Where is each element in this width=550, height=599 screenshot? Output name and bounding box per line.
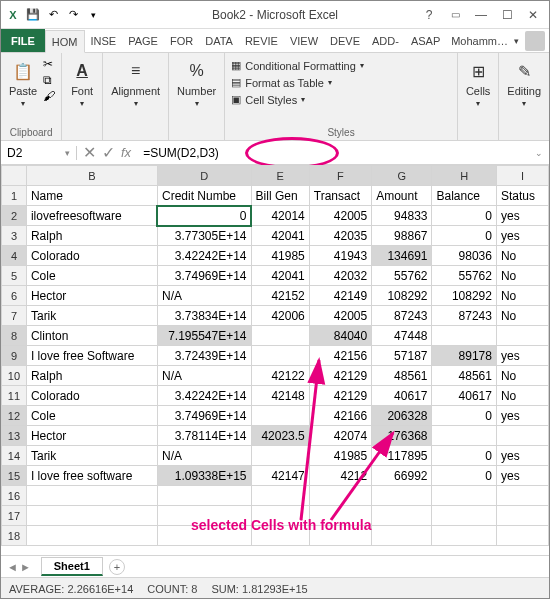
- number-button[interactable]: % Number ▾: [175, 57, 218, 110]
- cell[interactable]: [251, 506, 309, 526]
- cell[interactable]: 66992: [372, 466, 432, 486]
- sheet-tab[interactable]: Sheet1: [41, 557, 103, 576]
- cell[interactable]: 42149: [309, 286, 371, 306]
- sheet-nav-next-icon[interactable]: ►: [20, 561, 31, 573]
- cell[interactable]: No: [496, 246, 548, 266]
- minimize-icon[interactable]: —: [469, 5, 493, 25]
- cell[interactable]: [432, 326, 496, 346]
- paste-button[interactable]: 📋 Paste ▾: [7, 57, 39, 110]
- cell[interactable]: yes: [496, 466, 548, 486]
- cell[interactable]: yes: [496, 206, 548, 226]
- cell[interactable]: [372, 526, 432, 546]
- format-as-table-button[interactable]: ▤ Format as Table▾: [231, 74, 451, 91]
- cell[interactable]: Credit Numbe: [157, 186, 251, 206]
- cell[interactable]: 42129: [309, 366, 371, 386]
- cell[interactable]: Colorado: [26, 386, 157, 406]
- cell[interactable]: Tarik: [26, 306, 157, 326]
- cell[interactable]: 48561: [372, 366, 432, 386]
- tab-hom[interactable]: HOM: [45, 30, 85, 53]
- row-header[interactable]: 4: [2, 246, 27, 266]
- cell[interactable]: 42166: [309, 406, 371, 426]
- cell[interactable]: yes: [496, 446, 548, 466]
- cell[interactable]: 40617: [432, 386, 496, 406]
- cell[interactable]: 134691: [372, 246, 432, 266]
- cell[interactable]: [251, 486, 309, 506]
- cell[interactable]: 7.195547E+14: [157, 326, 251, 346]
- cell[interactable]: No: [496, 266, 548, 286]
- enter-formula-icon[interactable]: ✓: [102, 143, 115, 162]
- cell[interactable]: 57187: [372, 346, 432, 366]
- tab-data[interactable]: DATA: [199, 29, 239, 52]
- tab-for[interactable]: FOR: [164, 29, 199, 52]
- cell[interactable]: 0: [432, 226, 496, 246]
- cell[interactable]: Status: [496, 186, 548, 206]
- cell[interactable]: Hector: [26, 426, 157, 446]
- user-dropdown-icon[interactable]: ▾: [514, 36, 519, 46]
- cell[interactable]: [432, 426, 496, 446]
- cell[interactable]: No: [496, 306, 548, 326]
- cell[interactable]: 3.73834E+14: [157, 306, 251, 326]
- cell[interactable]: 42014: [251, 206, 309, 226]
- cell[interactable]: 94833: [372, 206, 432, 226]
- tab-deve[interactable]: DEVE: [324, 29, 366, 52]
- cell[interactable]: [157, 526, 251, 546]
- cell-styles-button[interactable]: ▣ Cell Styles▾: [231, 91, 451, 108]
- cell[interactable]: [496, 506, 548, 526]
- help-icon[interactable]: ?: [417, 5, 441, 25]
- cell[interactable]: 3.78114E+14: [157, 426, 251, 446]
- cell[interactable]: [496, 526, 548, 546]
- cell[interactable]: Cole: [26, 406, 157, 426]
- conditional-formatting-button[interactable]: ▦ Conditional Formatting▾: [231, 57, 451, 74]
- redo-icon[interactable]: ↷: [65, 7, 81, 23]
- fx-icon[interactable]: fx: [121, 145, 131, 160]
- avatar[interactable]: [525, 31, 545, 51]
- font-button[interactable]: A Font ▾: [68, 57, 96, 110]
- undo-icon[interactable]: ↶: [45, 7, 61, 23]
- cell[interactable]: 42147: [251, 466, 309, 486]
- cancel-formula-icon[interactable]: ✕: [83, 143, 96, 162]
- cell[interactable]: 98867: [372, 226, 432, 246]
- cell[interactable]: 0: [432, 406, 496, 426]
- cell[interactable]: 3.42242E+14: [157, 386, 251, 406]
- cell[interactable]: 0: [432, 466, 496, 486]
- cell[interactable]: 42152: [251, 286, 309, 306]
- cell[interactable]: [372, 486, 432, 506]
- cell[interactable]: [251, 446, 309, 466]
- column-header[interactable]: I: [496, 166, 548, 186]
- row-header[interactable]: 2: [2, 206, 27, 226]
- cell[interactable]: 42005: [309, 206, 371, 226]
- cell[interactable]: 108292: [432, 286, 496, 306]
- cell[interactable]: ilovefreesoftware: [26, 206, 157, 226]
- chevron-down-icon[interactable]: ▾: [65, 148, 70, 158]
- row-header[interactable]: 5: [2, 266, 27, 286]
- row-header[interactable]: 11: [2, 386, 27, 406]
- formula-input[interactable]: =SUM(D2,D3): [137, 146, 529, 160]
- cell[interactable]: 47448: [372, 326, 432, 346]
- column-header[interactable]: H: [432, 166, 496, 186]
- alignment-button[interactable]: ≡ Alignment ▾: [109, 57, 162, 110]
- cell[interactable]: 98036: [432, 246, 496, 266]
- sheet-nav-prev-icon[interactable]: ◄: [7, 561, 18, 573]
- cell[interactable]: [309, 506, 371, 526]
- editing-button[interactable]: ✎ Editing ▾: [505, 57, 543, 110]
- column-header[interactable]: B: [26, 166, 157, 186]
- spreadsheet-grid[interactable]: BDEFGHI1NameCredit NumbeBill GenTransact…: [1, 165, 549, 555]
- cell[interactable]: N/A: [157, 286, 251, 306]
- format-painter-icon[interactable]: 🖌: [43, 89, 55, 103]
- cell[interactable]: [251, 526, 309, 546]
- row-header[interactable]: 6: [2, 286, 27, 306]
- cell[interactable]: yes: [496, 406, 548, 426]
- cell[interactable]: I love free Software: [26, 346, 157, 366]
- cut-icon[interactable]: ✂: [43, 57, 55, 71]
- select-all-corner[interactable]: [2, 166, 27, 186]
- row-header[interactable]: 16: [2, 486, 27, 506]
- cell[interactable]: 42041: [251, 266, 309, 286]
- cell[interactable]: [432, 526, 496, 546]
- cell[interactable]: [26, 526, 157, 546]
- cell[interactable]: [157, 486, 251, 506]
- row-header[interactable]: 18: [2, 526, 27, 546]
- cell[interactable]: 42023.5: [251, 426, 309, 446]
- qat-dropdown-icon[interactable]: ▾: [85, 7, 101, 23]
- cell[interactable]: N/A: [157, 366, 251, 386]
- row-header[interactable]: 13: [2, 426, 27, 446]
